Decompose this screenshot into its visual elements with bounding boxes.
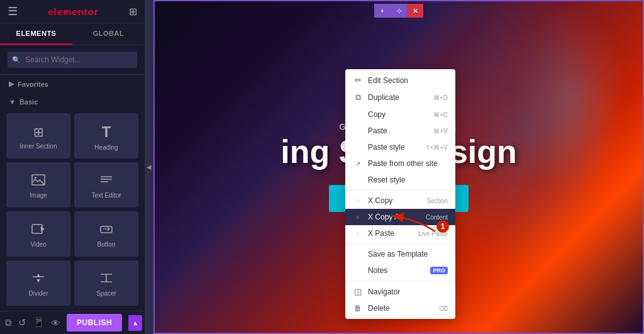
paste-other-icon: ↗ [353,160,363,167]
arrow-right-icon: ▶ [9,80,14,88]
ctx-notes-label: Notes [368,266,387,275]
ctx-label: Save as Template [353,250,428,259]
tab-elements[interactable]: ELEMENTS [0,23,72,45]
sidebar-collapse-handle[interactable]: ◀ [145,0,153,334]
ctx-label: ○ X Copy All [353,213,402,221]
widget-label: Image [30,192,47,199]
ctx-paste-other-label: Paste from other site [368,159,438,168]
favorites-label: Favorites [18,81,48,88]
heading-icon: T [102,123,111,141]
search-input[interactable] [8,52,137,68]
ctx-duplicate[interactable]: ⧉ Duplicate ⌘+D [345,89,455,106]
publish-dropdown-button[interactable]: ▲ [128,315,142,331]
widget-label: Inner Section [20,143,57,150]
x-paste-spacer: ○ [353,230,363,237]
section-toolbar: + ⊹ ✕ [374,4,423,18]
ctx-paste-style[interactable]: Paste style ⇧+⌘+V [345,139,455,155]
widget-spacer[interactable]: Spacer [74,260,138,306]
video-icon [31,223,45,238]
ctx-label: ⧉ Duplicate [353,92,399,103]
ctx-label: Reset style [353,175,405,184]
ctx-x-paste-label: X Paste [368,229,394,238]
ctx-edit-section[interactable]: ✏ Edit Section [345,72,455,89]
widget-video[interactable]: Video [6,211,70,257]
text-editor-icon [99,174,113,189]
widget-label: Button [97,241,116,248]
history-icon[interactable]: ↺ [18,317,26,328]
svg-rect-7 [101,226,112,233]
sidebar-tabs: ELEMENTS GLOBAL [0,23,145,45]
ctx-notes[interactable]: Notes PRO [345,262,455,279]
layers-icon[interactable]: ⧉ [5,317,12,328]
close-icon: ✕ [413,7,418,15]
ctx-reset-style[interactable]: Reset style [345,172,455,188]
widget-image[interactable]: Image [6,162,70,208]
ctx-paste[interactable]: Paste ⌘+V [345,123,455,139]
ctx-label: 🗑 Delete [353,304,390,313]
ctx-save-template[interactable]: Save as Template [345,246,455,262]
ctx-edit-section-label: Edit Section [368,76,408,85]
ctx-x-copy-shortcut: Section [427,198,448,204]
widget-divider[interactable]: Divider [6,260,70,306]
ctx-reset-style-label: Reset style [368,175,405,184]
favorites-section[interactable]: ▶ Favorites [0,75,145,93]
bottom-icons: ⧉ ↺ 📱 👁 [5,317,60,328]
widget-label: Text Editor [91,192,121,199]
tab-global[interactable]: GLOBAL [72,23,145,45]
delete-icon: 🗑 [353,304,363,313]
ctx-paste-from-other[interactable]: ↗ Paste from other site [345,155,455,172]
svg-marker-6 [41,226,45,231]
edit-icon: ✏ [353,75,363,85]
button-icon [99,223,113,238]
spacer-icon [99,272,113,287]
svg-rect-5 [32,225,42,233]
widget-text-editor[interactable]: Text Editor [74,162,138,208]
ctx-separator [345,190,455,191]
widget-button[interactable]: Button [74,211,138,257]
collapse-arrow-icon: ◀ [147,164,152,170]
ctx-copy-label: Copy [368,110,386,119]
publish-button[interactable]: PUBLISH [67,314,122,331]
arrow-down-icon: ▼ [9,98,16,106]
close-section-button[interactable]: ✕ [407,4,423,18]
divider-icon [31,272,45,287]
widget-heading[interactable]: T Heading [74,113,138,159]
ctx-label: ○ X Paste [353,229,394,238]
inner-section-icon: ⊞ [33,125,44,140]
basic-section[interactable]: ▼ Basic [0,93,145,111]
ctx-delete[interactable]: 🗑 Delete ⌫ [345,300,455,316]
ctx-label: Copy [353,110,386,119]
ctx-label: Notes [353,266,387,275]
ctx-x-copy-all-label: X Copy All [368,213,402,221]
ctx-label: ○ X Copy [353,196,392,205]
ctx-notes-badge: PRO [430,267,448,274]
ctx-label: Paste [353,126,387,135]
add-section-button[interactable]: + [374,4,391,18]
ctx-copy[interactable]: Copy ⌘+C [345,106,455,123]
ctx-paste-style-label: Paste style [368,143,405,152]
ctx-navigator-label: Navigator [368,287,400,296]
ctx-separator-2 [345,243,455,244]
basic-label: Basic [19,98,38,106]
move-section-button[interactable]: ⊹ [391,4,407,18]
ctx-save-template-label: Save as Template [368,250,428,259]
sidebar: ☰ elementor ⊞ ELEMENTS GLOBAL ▶ Favorite… [0,0,145,334]
widget-label: Divider [28,290,48,297]
responsive-icon[interactable]: 📱 [33,317,45,328]
ctx-label: Paste style [353,143,405,152]
widget-label: Heading [94,144,118,151]
ctx-x-copy[interactable]: ○ X Copy Section [345,192,455,209]
navigator-icon: ◫ [353,287,363,296]
plus-icon: + [380,7,384,14]
ctx-paste-label: Paste [368,126,387,135]
ctx-paste-shortcut: ⌘+V [433,128,448,135]
widget-inner-section[interactable]: ⊞ Inner Section [6,113,70,159]
ctx-separator-3 [345,281,455,281]
eye-icon[interactable]: 👁 [51,318,60,328]
grid-icon[interactable]: ⊞ [129,6,137,18]
hamburger-icon[interactable]: ☰ [8,4,18,18]
context-menu: ✏ Edit Section ⧉ Duplicate ⌘+D Copy ⌘+C … [345,69,455,319]
ctx-x-copy-label: X Copy [368,196,392,205]
search-wrap [8,52,137,68]
ctx-navigator[interactable]: ◫ Navigator [345,283,455,300]
